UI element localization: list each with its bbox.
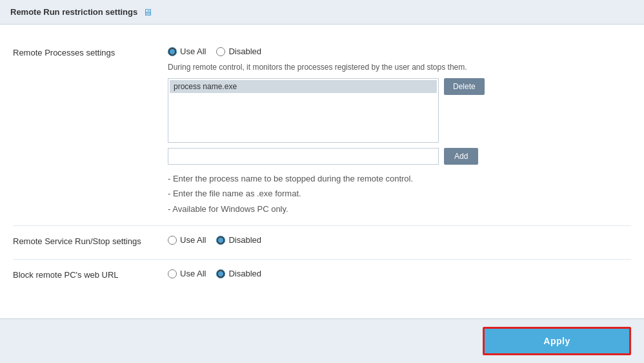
block-url-row: Block remote PC's web URL Use All Disabl… bbox=[13, 260, 631, 293]
service-use-all-radio[interactable] bbox=[168, 236, 177, 245]
remote-service-radio-group: Use All Disabled bbox=[168, 235, 631, 245]
service-disabled-label: Disabled bbox=[228, 235, 261, 245]
url-use-all-option[interactable]: Use All bbox=[168, 269, 206, 278]
add-process-input[interactable] bbox=[168, 148, 439, 165]
add-row: Add bbox=[168, 148, 631, 165]
main-container: Remote Run restriction settings 🖥 Remote… bbox=[0, 0, 644, 363]
list-item[interactable]: process name.exe bbox=[170, 80, 437, 93]
block-url-label: Block remote PC's web URL bbox=[13, 269, 168, 280]
use-all-radio[interactable] bbox=[168, 47, 177, 56]
monitor-icon: 🖥 bbox=[143, 6, 152, 17]
header: Remote Run restriction settings 🖥 bbox=[0, 0, 644, 25]
remote-processes-content: Use All Disabled During remote control, … bbox=[168, 47, 631, 216]
process-description: During remote control, it monitors the p… bbox=[168, 61, 631, 73]
add-button[interactable]: Add bbox=[444, 148, 478, 165]
remote-service-content: Use All Disabled bbox=[168, 235, 631, 250]
block-url-radio-group: Use All Disabled bbox=[168, 269, 631, 278]
hint-text: - Enter the process name to be stopped d… bbox=[168, 171, 631, 216]
remote-service-label: Remote Service Run/Stop settings bbox=[13, 235, 168, 246]
content-area: Remote Processes settings Use All Disabl… bbox=[0, 25, 644, 318]
service-use-all-option[interactable]: Use All bbox=[168, 235, 206, 245]
use-all-label: Use All bbox=[180, 47, 206, 56]
disabled-label: Disabled bbox=[228, 47, 261, 56]
remote-processes-label: Remote Processes settings bbox=[13, 47, 168, 57]
service-disabled-radio[interactable] bbox=[216, 236, 225, 245]
apply-button[interactable]: Apply bbox=[483, 327, 631, 355]
disabled-radio[interactable] bbox=[216, 47, 225, 56]
footer: Apply bbox=[0, 318, 644, 363]
hint-line-3: - Available for Windows PC only. bbox=[168, 202, 631, 216]
hint-line-2: - Enter the file name as .exe format. bbox=[168, 186, 631, 201]
url-use-all-label: Use All bbox=[180, 269, 206, 278]
hint-line-1: - Enter the process name to be stopped d… bbox=[168, 171, 631, 186]
process-list-container: process name.exe Delete bbox=[168, 78, 631, 143]
page-title: Remote Run restriction settings bbox=[10, 7, 137, 17]
service-disabled-option[interactable]: Disabled bbox=[216, 235, 261, 245]
delete-button[interactable]: Delete bbox=[444, 78, 485, 95]
disabled-option[interactable]: Disabled bbox=[216, 47, 261, 56]
process-list[interactable]: process name.exe bbox=[168, 78, 439, 143]
remote-processes-row: Remote Processes settings Use All Disabl… bbox=[13, 37, 631, 226]
url-disabled-radio[interactable] bbox=[216, 269, 225, 278]
block-url-content: Use All Disabled bbox=[168, 269, 631, 284]
remote-processes-radio-group: Use All Disabled bbox=[168, 47, 631, 56]
url-use-all-radio[interactable] bbox=[168, 269, 177, 278]
url-disabled-label: Disabled bbox=[228, 269, 261, 278]
use-all-option[interactable]: Use All bbox=[168, 47, 206, 56]
url-disabled-option[interactable]: Disabled bbox=[216, 269, 261, 278]
service-use-all-label: Use All bbox=[180, 235, 206, 245]
remote-service-row: Remote Service Run/Stop settings Use All… bbox=[13, 226, 631, 260]
